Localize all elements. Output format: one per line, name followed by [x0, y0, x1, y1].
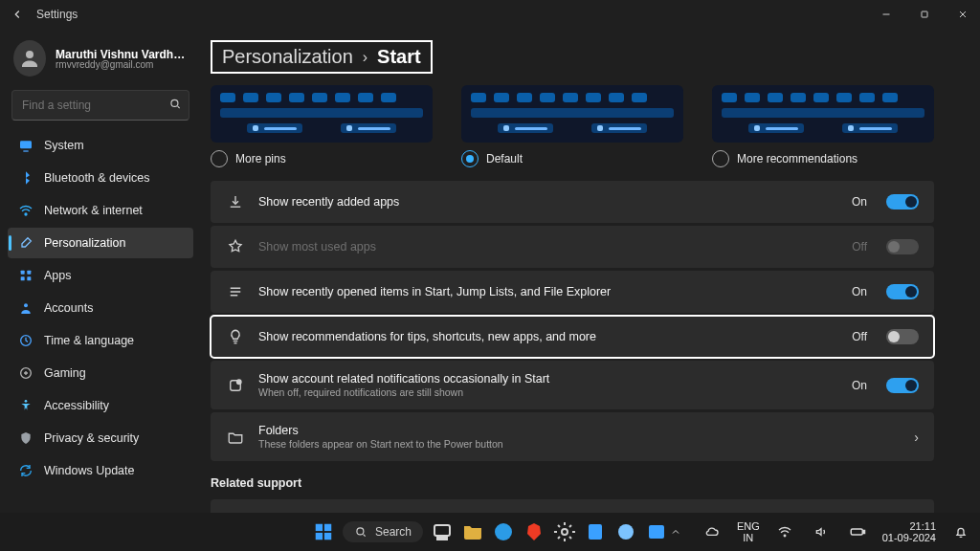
row-label: Show account related notifications occas…	[258, 372, 838, 398]
system-icon	[17, 137, 34, 154]
settings-list: Show recently added apps On Show most us…	[211, 181, 934, 461]
sidebar-item-accounts[interactable]: Accounts	[8, 293, 193, 323]
sidebar-item-apps[interactable]: Apps	[8, 260, 193, 291]
svg-rect-5	[21, 271, 25, 275]
layout-options: More pins Default More recommendations	[211, 150, 934, 167]
apps-icon	[17, 267, 34, 284]
row-recommendations[interactable]: Show recommendations for tips, shortcuts…	[211, 316, 934, 358]
volume-tray-icon[interactable]	[810, 520, 833, 543]
layout-thumb-more-recommendations[interactable]	[712, 85, 934, 143]
row-subtitle: These folders appear on Start next to th…	[258, 438, 895, 450]
search-icon	[168, 98, 182, 114]
svg-rect-21	[434, 525, 450, 536]
svg-point-20	[357, 528, 364, 535]
row-most-used: Show most used apps Off	[211, 226, 934, 268]
svg-point-24	[562, 529, 568, 535]
profile-card[interactable]: Maruthi Vishnu Vardhan Redd... rmvvreddy…	[8, 34, 193, 86]
sidebar-item-system[interactable]: System	[8, 130, 193, 161]
svg-rect-22	[437, 538, 447, 540]
option-more-recommendations[interactable]: More recommendations	[712, 150, 934, 167]
cloud-icon[interactable]	[701, 520, 724, 543]
clock-time: 21:11	[909, 520, 936, 532]
language-indicator[interactable]: ENGIN	[737, 520, 760, 543]
sidebar-item-accessibility[interactable]: Accessibility	[8, 390, 193, 421]
sidebar-item-bluetooth[interactable]: Bluetooth & devices	[8, 163, 193, 193]
svg-rect-19	[324, 533, 331, 540]
option-label: Default	[486, 152, 523, 165]
row-recent-apps[interactable]: Show recently added apps On	[211, 181, 934, 223]
row-state: On	[852, 195, 867, 209]
wifi-icon	[17, 202, 34, 219]
sidebar-item-label: Gaming	[44, 366, 86, 380]
download-icon	[226, 192, 245, 211]
edge-icon[interactable]	[492, 520, 515, 543]
row-account-notifs[interactable]: Show account related notifications occas…	[211, 361, 934, 409]
taskbar-search[interactable]: Search	[343, 521, 423, 542]
avatar	[13, 40, 46, 77]
breadcrumb-parent[interactable]: Personalization	[222, 46, 353, 68]
sidebar-item-time[interactable]: Time & language	[8, 325, 193, 356]
svg-rect-25	[589, 524, 602, 540]
sidebar-item-label: Windows Update	[44, 464, 135, 477]
sidebar-item-label: Accessibility	[44, 399, 109, 412]
content-area: Personalization › Start	[201, 29, 980, 513]
row-title: Folders	[258, 424, 299, 437]
toggle-switch[interactable]	[886, 194, 919, 209]
sidebar-item-update[interactable]: Windows Update	[8, 455, 193, 486]
sidebar-item-gaming[interactable]: Gaming	[8, 358, 193, 388]
row-state: Off	[852, 330, 867, 343]
search-input[interactable]	[11, 90, 189, 121]
bluetooth-icon	[17, 169, 34, 187]
sidebar-item-privacy[interactable]: Privacy & security	[8, 423, 193, 453]
copilot-icon[interactable]	[614, 520, 637, 543]
row-subtitle: When off, required notifications are sti…	[258, 386, 838, 398]
row-folders[interactable]: Folders These folders appear on Start ne…	[211, 412, 934, 461]
toggle-switch[interactable]	[886, 329, 919, 344]
globe-clock-icon	[17, 332, 34, 349]
svg-rect-18	[316, 533, 323, 540]
notifications-icon[interactable]	[949, 520, 972, 543]
svg-rect-29	[851, 529, 862, 535]
toggle-switch[interactable]	[886, 284, 919, 299]
row-label: Show most used apps	[258, 240, 838, 253]
start-button-icon[interactable]	[312, 520, 335, 543]
update-icon	[17, 462, 34, 479]
brave-icon[interactable]	[523, 520, 546, 543]
svg-rect-0	[922, 11, 927, 17]
window-title: Settings	[36, 8, 78, 21]
row-label: Show recently added apps	[258, 195, 838, 209]
svg-point-1	[26, 51, 33, 58]
battery-tray-icon[interactable]	[846, 520, 869, 543]
svg-rect-16	[316, 524, 323, 531]
photos-icon[interactable]	[645, 520, 668, 543]
folder-icon	[226, 428, 245, 447]
settings-icon[interactable]	[553, 520, 576, 543]
sidebar-item-personalization[interactable]: Personalization	[8, 228, 193, 258]
maximize-button[interactable]	[915, 5, 934, 24]
notes-icon[interactable]	[584, 520, 607, 543]
row-help[interactable]: Help with Start ›	[211, 499, 934, 513]
minimize-button[interactable]	[877, 5, 896, 24]
back-button[interactable]	[8, 5, 27, 24]
toggle-switch	[886, 239, 919, 254]
explorer-icon[interactable]	[461, 520, 484, 543]
option-default[interactable]: Default	[461, 150, 683, 167]
radio-icon	[211, 150, 228, 167]
row-state: On	[852, 379, 867, 392]
task-view-icon[interactable]	[431, 520, 454, 543]
sidebar-item-label: Network & internet	[44, 204, 143, 217]
svg-point-9	[24, 303, 28, 307]
toggle-switch[interactable]	[886, 378, 919, 393]
sidebar-item-label: Time & language	[44, 334, 134, 347]
option-more-pins[interactable]: More pins	[211, 150, 433, 167]
layout-thumb-default[interactable]	[461, 85, 683, 143]
close-button[interactable]	[953, 5, 972, 24]
svg-rect-6	[27, 271, 31, 275]
svg-rect-3	[20, 141, 32, 148]
sidebar-item-network[interactable]: Network & internet	[8, 195, 193, 226]
brush-icon	[17, 234, 34, 252]
row-recent-items[interactable]: Show recently opened items in Start, Jum…	[211, 271, 934, 313]
wifi-tray-icon[interactable]	[773, 520, 796, 543]
clock[interactable]: 21:11 01-09-2024	[882, 520, 936, 543]
layout-thumb-more-pins[interactable]	[211, 85, 433, 143]
